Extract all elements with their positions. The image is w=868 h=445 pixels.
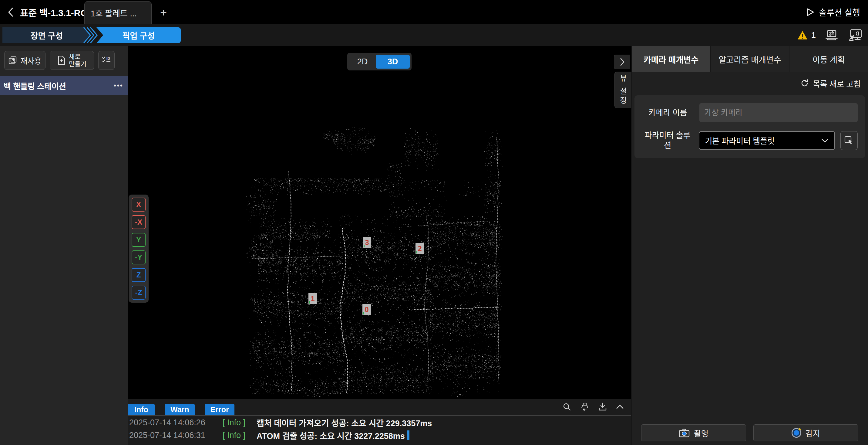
- view-2d-button[interactable]: 2D: [349, 57, 376, 66]
- log-filter-button[interactable]: Info: [128, 404, 155, 415]
- axis-view-button[interactable]: X: [132, 198, 146, 212]
- id-list-button[interactable]: ID: [98, 51, 115, 70]
- camera-name-label: 카메라 이름: [642, 108, 694, 118]
- view-mode-toggle: 2D 3D: [347, 53, 411, 70]
- point-cloud-canvas[interactable]: [128, 46, 631, 399]
- refresh-icon: [800, 79, 809, 88]
- axis-button-label: X: [136, 200, 141, 209]
- reuse-button[interactable]: 재사용: [4, 51, 45, 70]
- station-more-button[interactable]: •••: [114, 81, 123, 90]
- detection-label: 1: [308, 293, 317, 304]
- log-message: 캡처 데이터 가져오기 성공: 소요 시간 229.3357ms: [256, 417, 432, 428]
- parameter-solution-select[interactable]: 기본 파라미터 템플릿: [699, 131, 835, 150]
- parameter-tab[interactable]: 카메라 매개변수: [631, 46, 710, 72]
- step-pick-config[interactable]: 픽업 구성: [96, 27, 181, 43]
- warning-indicator[interactable]: 1: [797, 30, 816, 40]
- log-clear-button[interactable]: [580, 402, 590, 411]
- refresh-list-label: 목록 새로 고침: [813, 78, 861, 89]
- parameter-tab-label: 알고리즘 매개변수: [718, 53, 781, 65]
- add-tab-button[interactable]: +: [156, 5, 170, 20]
- axis-button-label: Z: [136, 271, 141, 279]
- log-filter-button[interactable]: Warn: [165, 404, 195, 415]
- app-title: 표준 백-1.3.1-RC: [20, 5, 87, 19]
- axis-button-label: -X: [135, 218, 142, 227]
- detect-icon: [792, 428, 801, 438]
- log-timestamp: 2025-07-14 14:06:31: [128, 431, 223, 440]
- detection-label: 2: [415, 243, 424, 254]
- run-solution-button[interactable]: 솔루션 실행: [806, 0, 860, 24]
- log-message: ATOM 검출 성공: 소요 시간 3227.2258ms: [256, 429, 405, 441]
- axis-view-button[interactable]: Z: [132, 268, 146, 282]
- laptop-transfer-icon: [825, 29, 838, 41]
- copy-plus-icon: [8, 56, 17, 65]
- axis-buttons-panel: X -X Y -Y Z -Z: [129, 195, 149, 303]
- log-entry: 2025-07-14 14:06:26 [ Info ] 캡처 데이터 가져오기…: [128, 416, 631, 429]
- detection-label: 3: [363, 237, 371, 248]
- file-plus-icon: [57, 56, 66, 65]
- axis-view-button[interactable]: Y: [132, 233, 146, 247]
- chevron-down-icon: [821, 138, 829, 143]
- log-entries: 2025-07-14 14:06:26 [ Info ] 캡처 데이터 가져오기…: [128, 416, 631, 442]
- title-bar: 표준 백-1.3.1-RC 1호 팔레트 ... + 솔루션 실행: [0, 0, 868, 24]
- search-icon: [562, 402, 571, 411]
- detection-label: 0: [363, 304, 371, 315]
- log-entry: 2025-07-14 14:06:31 [ Info ] ATOM 검출 성공:…: [128, 429, 631, 442]
- reuse-label: 재사용: [20, 55, 41, 66]
- parameter-tab[interactable]: 이동 계획: [789, 46, 868, 72]
- chevron-up-icon: [616, 404, 624, 410]
- robot-simulation-icon: [847, 29, 862, 41]
- app-window: 표준 백-1.3.1-RC 1호 팔레트 ... + 솔루션 실행 장면 구성 …: [0, 0, 868, 445]
- view-settings-tab[interactable]: 뷰 설정: [615, 71, 631, 108]
- parameter-tab-label: 이동 계획: [812, 53, 845, 65]
- select-cursor-icon: [844, 136, 854, 145]
- svg-text:ID: ID: [106, 56, 110, 61]
- log-text-cursor: [407, 431, 409, 440]
- station-list-item[interactable]: 백 핸들링 스테이션 •••: [0, 76, 128, 95]
- parameter-solution-label: 파라미터 솔루션: [642, 130, 693, 150]
- parameter-tab-label: 카메라 매개변수: [644, 53, 699, 65]
- axis-view-button[interactable]: -X: [132, 215, 146, 229]
- create-new-label: 새로 만들기: [69, 53, 87, 68]
- axis-view-button[interactable]: -Z: [132, 286, 146, 300]
- step-chevron-decoration: [83, 27, 101, 43]
- log-search-button[interactable]: [562, 402, 571, 411]
- solution-tab-label: 1호 팔레트 ...: [91, 7, 137, 19]
- step-pick-label: 픽업 구성: [123, 29, 155, 41]
- step-scene-config[interactable]: 장면 구성: [2, 27, 91, 43]
- log-filter-button[interactable]: Error: [205, 404, 235, 415]
- camera-name-input[interactable]: [700, 103, 858, 122]
- camera-settings-card: 카메라 이름 파라미터 솔루션 기본 파라미터 템플릿: [634, 95, 865, 158]
- create-new-button[interactable]: 새로 만들기: [50, 51, 94, 70]
- select-solution-button[interactable]: [840, 131, 858, 150]
- log-level-badge: [ Info ]: [223, 418, 256, 427]
- step-scene-label: 장면 구성: [31, 29, 63, 41]
- robot-simulation-button[interactable]: [847, 29, 862, 41]
- chevron-right-icon: [620, 58, 625, 66]
- parameter-solution-value: 기본 파라미터 템플릿: [705, 135, 775, 146]
- detect-button[interactable]: 감지: [753, 424, 858, 441]
- point-cloud-viewport[interactable]: 3210 2D 3D X -X Y -Y: [128, 46, 631, 399]
- station-list-panel: 재사용 새로 만들기 ID 백 핸들링 스: [0, 46, 128, 445]
- refresh-list-button[interactable]: 목록 새로 고침: [631, 72, 868, 94]
- solution-tab[interactable]: 1호 팔레트 ...: [84, 1, 152, 24]
- parameters-panel: 카메라 매개변수 알고리즘 매개변수 이동 계획 목록 새로 고침 카메라 이름: [631, 46, 868, 445]
- checklist-id-icon: ID: [102, 56, 111, 65]
- collapse-panel-button[interactable]: [614, 55, 630, 69]
- log-collapse-button[interactable]: [616, 404, 624, 410]
- io-monitor-button[interactable]: [825, 29, 838, 41]
- warning-icon: [797, 30, 808, 40]
- view-3d-button[interactable]: 3D: [376, 55, 410, 68]
- capture-button[interactable]: 촬영: [641, 424, 746, 441]
- station-name: 백 핸들링 스테이션: [4, 80, 66, 91]
- back-button[interactable]: [5, 6, 16, 18]
- brush-icon: [580, 402, 590, 411]
- axis-button-label: -Z: [135, 288, 142, 297]
- axis-button-label: Y: [136, 236, 141, 244]
- chevron-left-icon: [7, 7, 14, 17]
- log-export-button[interactable]: [598, 402, 607, 411]
- axis-view-button[interactable]: -Y: [132, 250, 146, 264]
- parameter-tab[interactable]: 알고리즘 매개변수: [710, 46, 789, 72]
- log-level-badge: [ Info ]: [223, 431, 256, 440]
- detect-label: 감지: [806, 427, 820, 439]
- play-icon: [806, 8, 814, 17]
